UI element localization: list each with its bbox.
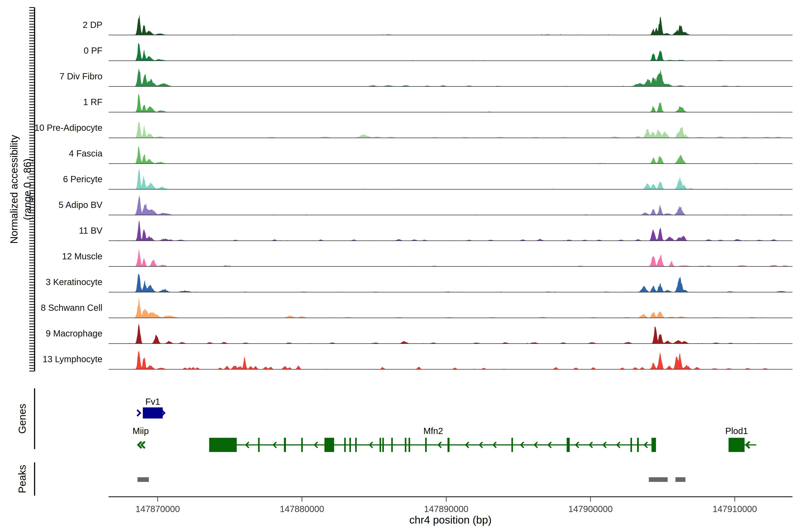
- y-axis-title: Normalized accessibility (range 0 - 86): [7, 135, 34, 244]
- gene-plod1: Plod1: [725, 426, 756, 452]
- peak-region: [137, 477, 149, 482]
- gene-exon: [301, 438, 303, 452]
- gene-exon: [425, 438, 427, 452]
- signal-area: [109, 43, 793, 61]
- track-label: 13 Lymphocyte: [42, 354, 102, 364]
- signal-area: [109, 94, 793, 112]
- gene-exon: [448, 438, 450, 452]
- track-label: 6 Pericyte: [63, 174, 102, 184]
- track-label: 10 Pre-Adipocyte: [34, 123, 102, 133]
- gene-exon: [637, 438, 639, 452]
- coverage-track-4-fascia: 4 Fascia: [69, 146, 793, 164]
- gene-exon: [567, 438, 570, 452]
- coverage-track-0-pf: 0 PF: [84, 43, 793, 61]
- gene-exon: [258, 438, 260, 452]
- coverage-track-8-schwann-cell: 8 Schwann Cell: [41, 298, 793, 318]
- track-label: 12 Muscle: [62, 251, 102, 261]
- signal-area: [109, 298, 793, 318]
- track-label: 4 Fascia: [69, 149, 102, 158]
- coverage-track-10-pre-adipocyte: 10 Pre-Adipocyte: [34, 122, 793, 138]
- peak-region: [649, 477, 668, 482]
- x-axis-tick-label: 147880000: [280, 504, 324, 514]
- coverage-track-7-div-fibro: 7 Div Fibro: [60, 68, 793, 87]
- coverage-track-12-muscle: 12 Muscle: [62, 249, 793, 266]
- track-label: 2 DP: [83, 20, 102, 30]
- y-axis-title-line2: (range 0 - 86): [21, 135, 34, 244]
- signal-area: [109, 146, 793, 164]
- genes-track: Fv1MiipMfn2Plod1: [133, 397, 756, 452]
- signal-area: [109, 122, 793, 138]
- track-label: 5 Adipo BV: [58, 200, 102, 210]
- signal-area: [109, 350, 793, 369]
- genes-section-label: Genes: [16, 404, 28, 434]
- gene-exon: [511, 438, 513, 452]
- coverage-track-1-rf: 1 RF: [83, 94, 793, 112]
- gene-exon: [408, 438, 410, 452]
- gene-label: Miip: [133, 426, 149, 436]
- gene-body: [143, 407, 163, 418]
- y-axis-title-line1: Normalized accessibility: [7, 135, 21, 244]
- gene-exon: [284, 438, 286, 452]
- coverage-track-3-keratinocyte: 3 Keratinocyte: [46, 273, 793, 292]
- signal-area: [109, 169, 793, 190]
- x-axis: 1478700001478800001478900001479000001479…: [109, 497, 793, 514]
- gene-label: Fv1: [146, 397, 160, 406]
- signal-area: [109, 15, 793, 35]
- gene-exon: [382, 438, 384, 452]
- figure-canvas: 2 DP0 PF7 Div Fibro1 RF10 Pre-Adipocyte4…: [0, 0, 798, 532]
- gene-exon: [344, 438, 346, 452]
- coverage-track-2-dp: 2 DP: [83, 15, 793, 35]
- track-label: 1 RF: [83, 97, 102, 107]
- x-axis-title: chr4 position (bp): [410, 514, 492, 526]
- x-axis-tick-label: 147870000: [135, 504, 180, 514]
- gene-label: Plod1: [725, 426, 748, 436]
- gene-fv1: Fv1: [137, 397, 165, 418]
- coverage-track-5-adipo-bv: 5 Adipo BV: [58, 195, 793, 215]
- genome-track-plot: 2 DP0 PF7 Div Fibro1 RF10 Pre-Adipocyte4…: [0, 0, 798, 532]
- track-label: 0 PF: [84, 46, 102, 55]
- signal-area: [109, 249, 793, 266]
- track-label: 11 BV: [79, 226, 102, 235]
- x-axis-tick-label: 147900000: [568, 504, 613, 514]
- x-axis-tick-label: 147910000: [712, 504, 757, 514]
- strand-arrow-right-icon: [137, 410, 140, 416]
- strand-arrow-left-icon: [141, 441, 145, 448]
- gene-exon: [349, 438, 351, 452]
- coverage-track-13-lymphocyte: 13 Lymphocyte: [42, 350, 793, 369]
- signal-area: [109, 195, 793, 215]
- gene-label: Mfn2: [423, 426, 443, 436]
- gene-exon: [209, 438, 237, 452]
- track-label: 7 Div Fibro: [60, 71, 102, 81]
- coverage-track-11-bv: 11 BV: [79, 221, 793, 241]
- signal-area: [109, 68, 793, 87]
- gene-miip: Miip: [133, 426, 149, 448]
- gene-exon: [355, 438, 357, 452]
- gene-exon: [405, 438, 406, 452]
- signal-area: [109, 323, 793, 344]
- peak-region: [676, 477, 685, 482]
- gene-mfn2: Mfn2: [209, 426, 656, 452]
- coverage-track-9-macrophage: 9 Macrophage: [46, 323, 793, 344]
- peaks-section-label: Peaks: [16, 465, 28, 493]
- track-label: 8 Schwann Cell: [41, 303, 102, 312]
- gene-exon: [324, 438, 334, 452]
- x-axis-tick-label: 147890000: [424, 504, 468, 514]
- gene-exon: [630, 438, 632, 452]
- gene-exon: [651, 438, 656, 452]
- track-label: 3 Keratinocyte: [46, 277, 102, 287]
- gene-exon: [391, 438, 393, 452]
- gene-exon: [380, 438, 381, 452]
- peaks-track: [137, 477, 685, 482]
- coverage-track-6-pericyte: 6 Pericyte: [63, 169, 793, 190]
- track-label: 9 Macrophage: [46, 328, 102, 338]
- signal-area: [109, 273, 793, 292]
- signal-area: [109, 221, 793, 241]
